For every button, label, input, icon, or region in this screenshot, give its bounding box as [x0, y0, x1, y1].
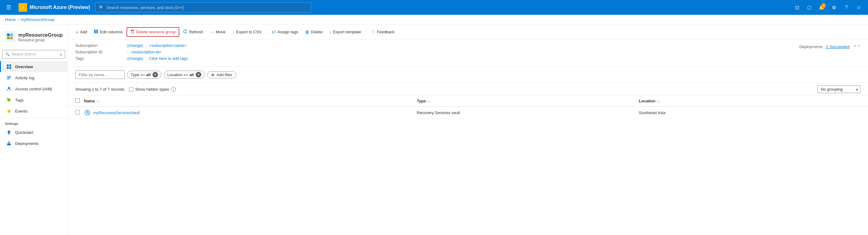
search-input[interactable]	[106, 5, 307, 10]
info-collapse-btn[interactable]: ⌃⌃	[853, 44, 861, 49]
azure-logo: ⚡ Microsoft Azure (Preview)	[16, 3, 93, 12]
sidebar-item-deployments[interactable]: Deployments	[0, 138, 68, 149]
search-icon: 🔍	[99, 5, 104, 10]
deployments-value[interactable]: 2 Succeeded	[826, 44, 849, 49]
delete-button[interactable]: 🗑 Delete	[302, 28, 326, 36]
td-location: Southeast Asia	[639, 110, 861, 115]
resources-table: Name ↑↓ Type ↑↓ Location ↑↓	[68, 96, 868, 235]
feedback-label: Feedback	[377, 30, 395, 34]
main-layout: myResourceGroup Resource group 🔍 »	[0, 25, 868, 235]
hamburger-icon[interactable]: ☰	[4, 3, 13, 12]
sidebar-item-activity-log[interactable]: Activity log	[0, 72, 68, 83]
location-filter-tag[interactable]: Location == all ✕	[164, 71, 205, 79]
tags-value[interactable]: Click here to add tags	[149, 56, 188, 61]
add-filter-button[interactable]: ⊕ Add filter	[207, 71, 236, 78]
th-location-label: Location	[639, 99, 655, 103]
sidebar-item-quickstart[interactable]: Quickstart	[0, 127, 68, 138]
location-sort-icon[interactable]: ↑↓	[656, 99, 660, 103]
feedback-icon: ♡	[371, 30, 375, 35]
type-sort-icon[interactable]: ↑↓	[427, 99, 431, 103]
sidebar-item-access-control[interactable]: Access control (IAM)	[0, 83, 68, 94]
location-filter-remove[interactable]: ✕	[196, 72, 201, 77]
tags-change-link[interactable]: (change)	[127, 56, 143, 61]
svg-rect-16	[96, 30, 97, 33]
subscription-id-value[interactable]: <subscription-id>	[131, 49, 161, 54]
type-filter-tag[interactable]: Type == all ✕	[127, 71, 161, 79]
tags-label: Tags	[75, 56, 125, 61]
table-header: Name ↑↓ Type ↑↓ Location ↑↓	[68, 96, 868, 107]
feedback-button[interactable]: ♡ Feedback	[368, 28, 398, 36]
sidebar-item-tags[interactable]: Tags	[0, 94, 68, 105]
show-hidden-types[interactable]: Show hidden types i	[129, 87, 176, 92]
sidebar-search-icon: 🔍	[5, 52, 10, 57]
account-icon[interactable]: ☺	[853, 2, 864, 13]
top-nav: ☰ ⚡ Microsoft Azure (Preview) 🔍 ⊡ ⬡ 🔔 4 …	[0, 0, 868, 15]
export-csv-button[interactable]: ↓ Export to CSV	[229, 28, 265, 36]
sidebar-section-settings: Settings	[0, 118, 68, 127]
notifications-icon[interactable]: 🔔 4	[816, 2, 827, 13]
records-text: Showing 1 to 7 of 7 records.	[75, 87, 125, 92]
sidebar-item-overview[interactable]: Overview	[0, 61, 68, 72]
row-checkbox[interactable]	[75, 110, 80, 114]
row-name-link[interactable]: myRecoveryServicesVault	[93, 110, 140, 115]
delete-label: Delete	[311, 30, 322, 34]
settings-icon[interactable]: ⚙	[829, 2, 840, 13]
deployments-info: Deployments : 2 Succeeded	[799, 44, 849, 49]
move-button[interactable]: → Move	[207, 28, 229, 36]
directory-icon[interactable]: ⬡	[804, 2, 815, 13]
subscription-id-label: Subscription ID	[75, 49, 125, 54]
subscription-change-link[interactable]: (change)	[127, 43, 143, 48]
sidebar-item-events-label: Events	[15, 109, 28, 113]
svg-rect-0	[7, 34, 9, 36]
tags-row: Tags (change) : Click here to add tags	[75, 56, 861, 61]
sidebar-nav: Overview Activity log	[0, 61, 68, 235]
select-all-checkbox[interactable]	[75, 98, 80, 103]
assign-tags-button[interactable]: 🏷 Assign tags	[269, 28, 301, 36]
move-icon: →	[210, 30, 214, 35]
filter-by-name-input[interactable]	[75, 70, 125, 79]
grouping-select[interactable]: No grouping Resource type Location Tag	[817, 86, 861, 93]
svg-point-12	[8, 99, 8, 99]
sidebar-item-deployments-label: Deployments	[15, 141, 39, 146]
sidebar: myResourceGroup Resource group 🔍 »	[0, 25, 68, 235]
th-name[interactable]: Name ↑↓	[84, 99, 417, 103]
deployments-icon	[6, 140, 12, 146]
global-search[interactable]: 🔍	[95, 2, 311, 12]
th-type[interactable]: Type ↑↓	[417, 99, 639, 103]
delete-resource-group-button[interactable]: Delete resource group	[127, 27, 180, 37]
type-filter-remove[interactable]: ✕	[153, 72, 158, 77]
svg-rect-14	[7, 143, 11, 145]
add-button[interactable]: + Add	[73, 28, 90, 36]
hidden-types-info-icon[interactable]: i	[171, 87, 176, 92]
hidden-types-checkbox[interactable]	[129, 87, 133, 92]
refresh-button[interactable]: Refresh	[180, 28, 206, 36]
resource-name: myResourceGroup	[18, 32, 63, 38]
export-csv-label: Export to CSV	[236, 30, 261, 34]
sidebar-search-wrap: 🔍 »	[2, 50, 65, 59]
sidebar-item-events[interactable]: Events	[0, 105, 68, 116]
sidebar-search-input[interactable]	[12, 52, 58, 57]
export-template-button[interactable]: ↓ Export template	[326, 28, 364, 36]
info-colon-2: :	[127, 49, 128, 54]
assign-tags-icon: 🏷	[272, 30, 276, 35]
table-row: myRecoveryServicesVault Recovery Service…	[68, 107, 868, 119]
breadcrumb-home[interactable]: Home	[5, 17, 16, 22]
sidebar-collapse-btn[interactable]: »	[57, 51, 64, 58]
subscription-label: Subscription	[75, 43, 125, 48]
iam-icon	[6, 86, 12, 92]
subscription-value[interactable]: <subscription-name>	[149, 43, 186, 48]
svg-rect-19	[131, 30, 133, 30]
toolbar-divider-2	[366, 28, 366, 36]
subscription-row: Subscription (change) : <subscription-na…	[75, 43, 861, 48]
toolbar: + Add Edit columns	[68, 25, 868, 39]
breadcrumb-sep: ›	[18, 17, 19, 22]
help-icon[interactable]: ?	[841, 2, 852, 13]
app-title: Microsoft Azure (Preview)	[30, 5, 90, 10]
name-sort-icon[interactable]: ↑↓	[96, 99, 99, 103]
th-location[interactable]: Location ↑↓	[639, 99, 861, 103]
breadcrumb-resource-group[interactable]: myResourceGroup	[21, 17, 54, 22]
sidebar-item-tags-label: Tags	[15, 98, 24, 102]
terminal-icon[interactable]: ⊡	[792, 2, 803, 13]
add-icon: +	[76, 30, 79, 35]
edit-columns-button[interactable]: Edit columns	[91, 28, 126, 36]
